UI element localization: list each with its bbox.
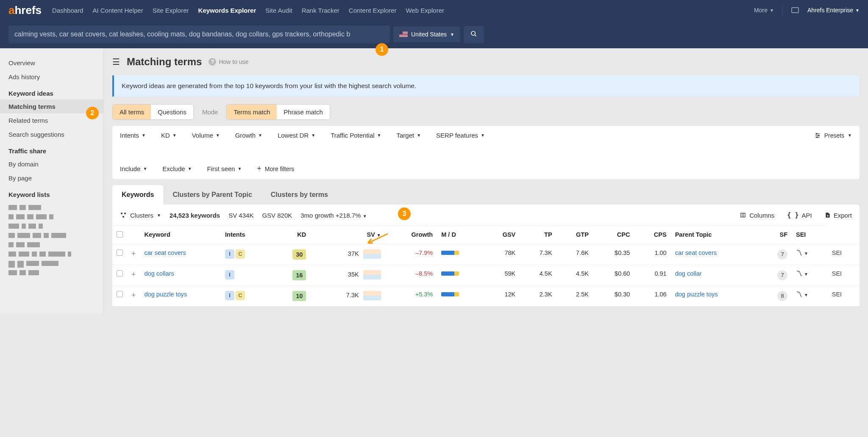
filter-first-seen[interactable]: First seen ▼ [207, 165, 242, 172]
filter-exclude[interactable]: Exclude ▼ [162, 165, 192, 172]
annotation-3: 3 [398, 207, 411, 220]
col-kd[interactable]: KD [272, 226, 310, 244]
intent-badge-i: I [225, 249, 234, 259]
sidebar-item-overview[interactable]: Overview [0, 56, 103, 70]
export-button[interactable]: Export [825, 212, 852, 219]
sidebar-item-ads-history[interactable]: Ads history [0, 70, 103, 84]
parent-topic-link[interactable]: dog puzzle toys [675, 291, 718, 298]
keyword-link[interactable]: dog puzzle toys [145, 291, 187, 298]
sf-badge: 7 [777, 270, 787, 280]
col-tp[interactable]: TP [520, 226, 556, 244]
filter-volume[interactable]: Volume ▼ [192, 132, 220, 139]
columns-button[interactable]: Columns [740, 212, 774, 219]
tab-keywords[interactable]: Keywords [112, 185, 163, 205]
toggle-all-terms[interactable]: All terms [113, 105, 151, 119]
keyword-link[interactable]: dog collars [145, 270, 174, 277]
parent-topic-link[interactable]: car seat covers [675, 249, 717, 256]
keyword-link[interactable]: car seat covers [145, 249, 186, 256]
toggle-phrase-match[interactable]: Phrase match [277, 105, 330, 119]
arrow-annotation [364, 233, 390, 246]
more-dropdown[interactable]: More ▼ [754, 7, 774, 14]
sidebar-item-by-page[interactable]: By page [0, 171, 103, 185]
chevron-down-icon: ▼ [377, 133, 381, 138]
chevron-down-icon[interactable]: ▼ [804, 293, 808, 297]
col-sei[interactable]: SEI [792, 226, 828, 244]
nav-site-explorer[interactable]: Site Explorer [153, 7, 189, 14]
col-gsv[interactable]: GSV [483, 226, 520, 244]
col-cpc[interactable]: CPC [593, 226, 634, 244]
nav-dashboard[interactable]: Dashboard [52, 7, 83, 14]
trend-icon[interactable]: 〽 [796, 270, 802, 277]
expand-icon[interactable]: + [131, 291, 136, 299]
nav-content-explorer[interactable]: Content Explorer [349, 7, 397, 14]
expand-icon[interactable]: + [131, 270, 136, 279]
filter-panel: Intents ▼KD ▼Volume ▼Growth ▼Lowest DR ▼… [112, 126, 860, 179]
svg-point-5 [816, 133, 817, 134]
tab-clusters-by-terms[interactable]: Clusters by terms [262, 185, 337, 205]
toggle-terms-match[interactable]: Terms match [227, 105, 277, 119]
filter-kd[interactable]: KD ▼ [161, 132, 177, 139]
tab-clusters-by-parent-topic[interactable]: Clusters by Parent Topic [163, 185, 261, 205]
account-dropdown[interactable]: Ahrefs Enterprise ▼ [807, 7, 860, 14]
col-keyword[interactable]: Keyword [140, 226, 221, 244]
more-filters-button[interactable]: +More filters [257, 164, 294, 173]
sidebar-heading: Keyword ideas [0, 84, 103, 100]
nav-web-explorer[interactable]: Web Explorer [406, 7, 444, 14]
col-gtp[interactable]: GTP [556, 226, 593, 244]
row-checkbox[interactable] [117, 291, 123, 297]
api-button[interactable]: { } API [787, 211, 812, 219]
col-intents[interactable]: Intents [221, 226, 272, 244]
svg-line-1 [475, 35, 476, 36]
clusters-dropdown[interactable]: Clusters ▼ [120, 212, 161, 219]
sidebar-item-search-suggestions[interactable]: Search suggestions [0, 127, 103, 141]
keyword-search-input[interactable] [8, 25, 390, 43]
filter-include[interactable]: Include ▼ [120, 165, 147, 172]
filter-target[interactable]: Target ▼ [396, 132, 421, 139]
svg-point-8 [121, 213, 122, 214]
toggle-questions[interactable]: Questions [151, 105, 193, 119]
expand-icon[interactable]: + [131, 249, 136, 258]
trend-icon[interactable]: 〽 [796, 249, 802, 256]
keyword-lists-heading: Keyword lists [0, 185, 103, 201]
filter-lowest-dr[interactable]: Lowest DR ▼ [278, 132, 315, 139]
logo[interactable]: ahrefs [8, 4, 42, 17]
select-all-checkbox[interactable] [117, 231, 123, 238]
parent-topic-link[interactable]: dog collar [675, 270, 702, 277]
md-bar [441, 271, 459, 276]
sparkline-icon [363, 270, 381, 279]
filter-traffic-potential[interactable]: Traffic Potential ▼ [331, 132, 381, 139]
search-button[interactable] [464, 26, 484, 43]
col-parent-topic[interactable]: Parent Topic [671, 226, 760, 244]
sidebar: OverviewAds historyKeyword ideasMatching… [0, 48, 104, 314]
sidebar-item-by-domain[interactable]: By domain [0, 157, 103, 171]
nav-keywords-explorer[interactable]: Keywords Explorer [198, 7, 256, 14]
menu-toggle-icon[interactable]: ☰ [112, 57, 120, 67]
chevron-down-icon[interactable]: ▼ [804, 251, 808, 256]
page-title: Matching terms [127, 56, 202, 68]
growth-dropdown[interactable]: 3mo growth +218.7% ▼ [300, 212, 367, 219]
presets-dropdown[interactable]: Presets ▼ [814, 132, 852, 139]
nav-ai-content-helper[interactable]: AI Content Helper [92, 7, 143, 14]
country-dropdown[interactable]: United States ▼ [393, 26, 460, 42]
intent-badge-c: C [236, 291, 245, 300]
col-growth[interactable]: Growth [385, 226, 437, 244]
chevron-down-icon[interactable]: ▼ [804, 272, 808, 277]
chevron-down-icon: ▼ [237, 166, 242, 171]
chevron-down-icon: ▼ [417, 133, 421, 138]
nav-rank-tracker[interactable]: Rank Tracker [302, 7, 339, 14]
filter-growth[interactable]: Growth ▼ [235, 132, 262, 139]
how-to-use-link[interactable]: ?How to use [209, 58, 248, 66]
filter-intents[interactable]: Intents ▼ [120, 132, 146, 139]
col-m-d[interactable]: M / D [437, 226, 482, 244]
row-checkbox[interactable] [117, 270, 123, 277]
trend-icon[interactable]: 〽 [796, 291, 802, 298]
nav-site-audit[interactable]: Site Audit [265, 7, 292, 14]
col-sf[interactable]: SF [760, 226, 792, 244]
chevron-down-icon: ▼ [188, 166, 192, 171]
filter-serp-features[interactable]: SERP features ▼ [436, 132, 485, 139]
row-checkbox[interactable] [117, 249, 123, 256]
col-cps[interactable]: CPS [634, 226, 670, 244]
gsv-stat: GSV 820K [262, 212, 292, 219]
display-icon[interactable] [791, 7, 799, 13]
api-icon: { } [787, 211, 798, 219]
